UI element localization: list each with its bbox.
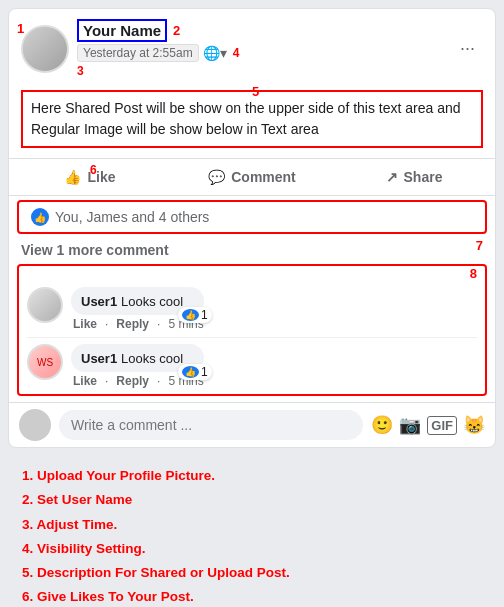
commenter-name: User1	[81, 351, 117, 366]
comment-content: User1 Looks cool 👍 1 Like · Reply · 5 mi…	[71, 344, 204, 388]
instruction-num-3: 3.	[22, 517, 37, 532]
badge-1: 1	[17, 21, 24, 36]
camera-icon[interactable]: 📷	[399, 414, 421, 436]
comment-bubble: User1 Looks cool 👍 1	[71, 344, 204, 372]
comment-text: Looks cool	[121, 351, 183, 366]
instruction-text-2: Set User Name	[37, 492, 132, 507]
badge-5: 5	[252, 82, 259, 102]
instruction-text-5: Description For Shared or Upload Post.	[37, 565, 290, 580]
instruction-2: 2. Set User Name	[22, 490, 482, 510]
instruction-text-6: Give Likes To Your Post.	[37, 589, 194, 604]
comment-like-btn[interactable]: Like	[73, 317, 97, 331]
post-time[interactable]: Yesterday at 2:55am	[77, 44, 199, 62]
instruction-3: 3. Adjust Time.	[22, 515, 482, 535]
instruction-6: 6. Give Likes To Your Post.	[22, 587, 482, 607]
instruction-text-3: Adjust Time.	[37, 517, 118, 532]
thumb-icon: 👍	[182, 366, 199, 378]
instructions-section: 1. Upload Your Profile Picture. 2. Set U…	[8, 456, 496, 607]
more-options-button[interactable]: ···	[452, 34, 483, 63]
like-button[interactable]: 6 👍 Like	[9, 161, 171, 193]
share-button[interactable]: ↗ Share	[333, 161, 495, 193]
like-count: 1	[201, 308, 208, 322]
comment-like-badge: 👍 1	[178, 364, 212, 380]
comment-icon: 💬	[208, 169, 225, 185]
like-thumb-icon: 👍	[31, 208, 49, 226]
comment-label: Comment	[231, 169, 296, 185]
comment-item: User1 Looks cool 👍 1 Like · Reply · 5 mi…	[27, 281, 477, 338]
comment-input-icons: 🙂 📷 GIF 😸	[371, 414, 485, 436]
description-text: Here Shared Post will be show on the upp…	[31, 100, 461, 137]
avatar[interactable]	[21, 25, 69, 73]
avatar-wrapper: 1	[21, 25, 69, 73]
comments-section: 8 User1 Looks cool 👍 1 Like · Repl	[17, 264, 487, 396]
share-label: Share	[404, 169, 443, 185]
view-more-button[interactable]: View 1 more comment	[21, 242, 169, 258]
action-bar: 6 👍 Like 💬 Comment ↗ Share	[9, 158, 495, 196]
comment-reply-btn[interactable]: Reply	[116, 374, 149, 388]
post-description: 5 Here Shared Post will be show on the u…	[21, 90, 483, 148]
time-row: Yesterday at 2:55am 🌐▾ 4	[77, 44, 452, 62]
instruction-1: 1. Upload Your Profile Picture.	[22, 466, 482, 486]
comment-like-btn[interactable]: Like	[73, 374, 97, 388]
header-info: Your Name 2 Yesterday at 2:55am 🌐▾ 4 3	[77, 19, 452, 78]
visibility-icon[interactable]: 🌐▾	[203, 45, 227, 61]
view-more-comments: View 1 more comment 7	[9, 238, 495, 264]
instruction-num-5: 5.	[22, 565, 37, 580]
instruction-num-1: 1.	[22, 468, 37, 483]
commenter-avatar	[27, 287, 63, 323]
comment-reply-btn[interactable]: Reply	[116, 317, 149, 331]
post-header: 1 Your Name 2 Yesterday at 2:55am 🌐▾ 4 3…	[9, 9, 495, 86]
share-icon: ↗	[386, 169, 398, 185]
comment-like-badge: 👍 1	[178, 307, 212, 323]
current-user-avatar	[19, 409, 51, 441]
like-count: 1	[201, 365, 208, 379]
instruction-num-2: 2.	[22, 492, 37, 507]
badge-7: 7	[476, 238, 483, 253]
sticker-icon[interactable]: 😸	[463, 414, 485, 436]
comment-bubble: User1 Looks cool 👍 1	[71, 287, 204, 315]
likes-text: You, James and 4 others	[55, 209, 209, 225]
badge-4: 4	[233, 46, 240, 60]
instruction-5: 5. Description For Shared or Upload Post…	[22, 563, 482, 583]
instruction-4: 4. Visibility Setting.	[22, 539, 482, 559]
badge-8: 8	[27, 266, 477, 281]
instruction-num-4: 4.	[22, 541, 37, 556]
thumb-icon: 👍	[182, 309, 199, 321]
comment-input[interactable]	[59, 410, 363, 440]
like-icon: 👍	[64, 169, 81, 185]
user-name-row: Your Name 2	[77, 19, 452, 42]
comment-content: User1 Looks cool 👍 1 Like · Reply · 5 mi…	[71, 287, 204, 331]
badge-6: 6	[90, 163, 97, 177]
likes-row[interactable]: 👍 You, James and 4 others	[17, 200, 487, 234]
post-card: 1 Your Name 2 Yesterday at 2:55am 🌐▾ 4 3…	[8, 8, 496, 448]
gif-icon[interactable]: GIF	[427, 416, 457, 435]
commenter-avatar: WS	[27, 344, 63, 380]
comment-item: WS User1 Looks cool 👍 1 Like · Reply · 5	[27, 338, 477, 394]
instruction-num-6: 6.	[22, 589, 37, 604]
commenter-name: User1	[81, 294, 117, 309]
badge-2: 2	[173, 23, 180, 38]
instruction-text-4: Visibility Setting.	[37, 541, 146, 556]
user-name[interactable]: Your Name	[77, 19, 167, 42]
comment-button[interactable]: 💬 Comment	[171, 161, 333, 193]
badge-3: 3	[77, 64, 84, 78]
comment-text: Looks cool	[121, 294, 183, 309]
comment-input-row: 🙂 📷 GIF 😸	[9, 402, 495, 447]
instruction-text-1: Upload Your Profile Picture.	[37, 468, 215, 483]
emoji-icon[interactable]: 🙂	[371, 414, 393, 436]
